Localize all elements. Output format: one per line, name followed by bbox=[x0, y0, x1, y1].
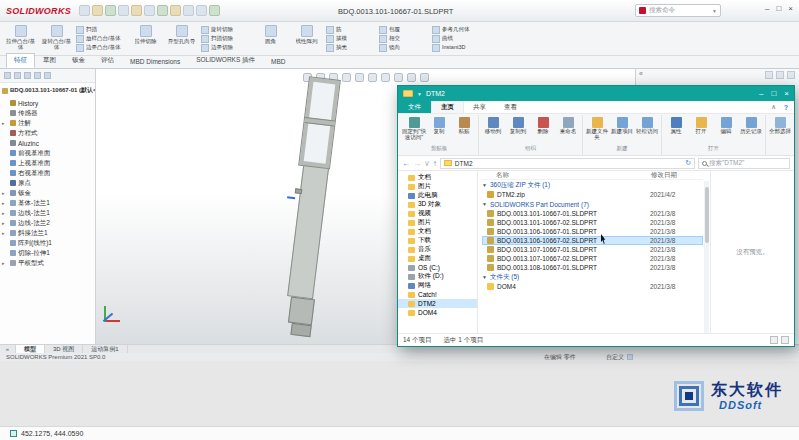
model-tab[interactable]: 运动算例1 bbox=[83, 345, 127, 353]
options-icon[interactable] bbox=[196, 5, 207, 16]
column-name[interactable]: 名称 bbox=[482, 171, 651, 180]
help-icon[interactable]: ? bbox=[784, 104, 788, 111]
dimxpert-manager-tab-icon[interactable] bbox=[34, 72, 41, 79]
undo-icon[interactable] bbox=[144, 5, 155, 16]
collapse-task-pane-icon[interactable]: « bbox=[639, 70, 643, 77]
ribbon-button[interactable]: 属性 bbox=[664, 115, 688, 135]
home-tab-icon[interactable] bbox=[765, 71, 773, 79]
scrollbar-thumb[interactable] bbox=[705, 187, 709, 243]
feature-tree-item[interactable]: 斜接法兰1 bbox=[0, 228, 95, 238]
property-manager-tab-icon[interactable] bbox=[14, 72, 21, 79]
rebuild-icon[interactable] bbox=[183, 5, 194, 16]
ribbon-tab[interactable]: 查看 bbox=[495, 101, 526, 113]
ribbon-feature-button[interactable]: 包覆 相交 镜向 bbox=[379, 24, 429, 53]
nav-item[interactable]: DTM2 bbox=[398, 299, 477, 308]
feature-manager-tab-icon[interactable] bbox=[4, 72, 11, 79]
feature-tree-item[interactable]: 上视基准面 bbox=[0, 158, 95, 168]
ribbon-tab[interactable]: 草图 bbox=[35, 53, 64, 68]
collapse-group-icon[interactable]: ▼ bbox=[482, 274, 487, 280]
part-model[interactable] bbox=[276, 77, 343, 339]
open-icon[interactable] bbox=[105, 5, 116, 16]
search-input[interactable]: 搜索"DTM2" bbox=[698, 158, 790, 169]
minimize-button[interactable]: – bbox=[759, 89, 763, 98]
feature-tree-item[interactable]: 阵列(线性)1 bbox=[0, 238, 95, 248]
feature-tree-item[interactable]: 注解 bbox=[0, 118, 95, 128]
ribbon-tab[interactable]: 特征 bbox=[6, 53, 35, 68]
feature-tree-item[interactable]: 右视基准面 bbox=[0, 168, 95, 178]
feature-tree-item[interactable]: 边线-法兰2 bbox=[0, 218, 95, 228]
nav-item[interactable]: 文档 bbox=[398, 173, 477, 182]
print-icon[interactable] bbox=[131, 5, 142, 16]
ribbon-tab[interactable]: MBD Dimensions bbox=[122, 55, 188, 68]
design-library-tab-icon[interactable] bbox=[776, 71, 784, 79]
new-document-icon[interactable] bbox=[92, 5, 103, 16]
feature-tree-item[interactable]: 基体-法兰1 bbox=[0, 198, 95, 208]
breadcrumb[interactable]: DTM2 ↻ bbox=[440, 158, 695, 169]
nav-item[interactable]: 音乐 bbox=[398, 245, 477, 254]
quick-access-chevron-icon[interactable]: ▼ bbox=[417, 91, 422, 97]
ribbon-button[interactable]: 复制 bbox=[427, 115, 451, 135]
nav-item[interactable]: 桌面 bbox=[398, 254, 477, 263]
ribbon-tab[interactable]: 共享 bbox=[464, 101, 495, 113]
feature-tree-item[interactable]: 方程式 bbox=[0, 128, 95, 138]
menu-arrow-icon[interactable] bbox=[79, 5, 90, 16]
nav-item[interactable]: 文档 bbox=[398, 227, 477, 236]
column-date-modified[interactable]: 修改日期 bbox=[651, 171, 703, 180]
dynamic-annotation-icon[interactable] bbox=[355, 73, 364, 82]
ribbon-feature-button[interactable]: 圆角 bbox=[254, 24, 287, 53]
maximize-button[interactable]: □ bbox=[771, 89, 776, 98]
redo-icon[interactable] bbox=[157, 5, 168, 16]
ribbon-feature-button[interactable]: 拉伸凸台/基体 bbox=[4, 24, 37, 53]
ribbon-feature-button[interactable]: 筋 拔模 抽壳 bbox=[326, 24, 376, 53]
file-explorer-tab-icon[interactable] bbox=[787, 71, 795, 79]
forward-icon[interactable]: → bbox=[413, 159, 421, 168]
nav-item[interactable]: OS (C:) bbox=[398, 263, 477, 272]
collapse-group-icon[interactable]: ▼ bbox=[482, 201, 487, 207]
ribbon-button[interactable]: 历史记录 bbox=[739, 115, 763, 135]
minimize-button[interactable]: – bbox=[765, 4, 769, 13]
ribbon-feature-button[interactable]: 扫描 放样凸台/基体 边界凸台/基体 bbox=[76, 24, 126, 53]
ribbon-button[interactable]: 全部取消选择 bbox=[793, 115, 794, 141]
chevron-down-icon[interactable]: ▼ bbox=[712, 8, 717, 14]
feature-tree-item[interactable]: 钣金 bbox=[0, 188, 95, 198]
ribbon-button[interactable]: 移动到 bbox=[481, 115, 505, 135]
group-header-zip[interactable]: ▼ 360压缩 ZIP 文件 (1) bbox=[482, 180, 703, 190]
tab-scroll-icon[interactable]: « bbox=[0, 345, 16, 353]
maximize-button[interactable]: □ bbox=[776, 4, 781, 13]
ribbon-button[interactable]: 编辑 bbox=[714, 115, 738, 135]
ribbon-button[interactable]: 重命名 bbox=[556, 115, 580, 135]
ribbon-feature-button[interactable]: 拉伸切除 bbox=[129, 24, 162, 53]
nav-item[interactable]: 此电脑 bbox=[398, 191, 477, 200]
ribbon-button[interactable]: 粘贴 bbox=[452, 115, 476, 135]
display-style-icon[interactable] bbox=[381, 73, 390, 82]
feature-tree-item[interactable]: 传感器 bbox=[0, 108, 95, 118]
close-button[interactable]: × bbox=[784, 89, 789, 98]
file-row[interactable]: BDQ.0013.106-10667-02.SLDPRT 2021/3/8 bbox=[482, 236, 703, 245]
selection-icon[interactable] bbox=[170, 5, 181, 16]
save-icon[interactable] bbox=[118, 5, 129, 16]
file-row[interactable]: BDQ.0013.107-10667-02.SLDPRT 2021/3/8 bbox=[482, 254, 703, 263]
nav-item[interactable]: 3D 对象 bbox=[398, 200, 477, 209]
ribbon-tab[interactable]: 钣金 bbox=[64, 53, 93, 68]
details-view-icon[interactable] bbox=[770, 336, 778, 344]
file-row[interactable]: BDQ.0013.106-10667-01.SLDPRT 2021/3/8 bbox=[482, 227, 703, 236]
nav-item[interactable]: 图片 bbox=[398, 182, 477, 191]
feature-tree-root[interactable]: BDQ.0013.101-10667-01 (默认<<默认>_显示状态 1>) bbox=[0, 83, 95, 98]
ribbon-button[interactable]: 全部选择 bbox=[768, 115, 792, 135]
ribbon-button[interactable]: 固定到"快速访问" bbox=[402, 115, 426, 141]
ribbon-button[interactable]: 轻松访问 bbox=[635, 115, 659, 135]
ribbon-tab[interactable]: MBD bbox=[263, 55, 293, 68]
breadcrumb-path[interactable]: DTM2 bbox=[455, 160, 473, 167]
configuration-manager-tab-icon[interactable] bbox=[24, 72, 31, 79]
large-icons-view-icon[interactable] bbox=[781, 336, 789, 344]
file-row[interactable]: BDQ.0013.101-10667-01.SLDPRT 2021/3/8 bbox=[482, 209, 703, 218]
edit-appearance-icon[interactable] bbox=[407, 73, 416, 82]
feature-tree-item[interactable]: 切除-拉伸1 bbox=[0, 248, 95, 258]
nav-item[interactable]: 视频 bbox=[398, 209, 477, 218]
file-row[interactable]: DTM2.zip 2021/4/2 bbox=[482, 190, 703, 199]
nav-item[interactable]: 下载 bbox=[398, 236, 477, 245]
recent-locations-icon[interactable]: ∨ bbox=[424, 159, 430, 168]
ribbon-button[interactable]: 打开 bbox=[689, 115, 713, 135]
file-row[interactable]: BDQ.0013.107-10667-01.SLDPRT 2021/3/8 bbox=[482, 245, 703, 254]
nav-item[interactable]: 图片 bbox=[398, 218, 477, 227]
